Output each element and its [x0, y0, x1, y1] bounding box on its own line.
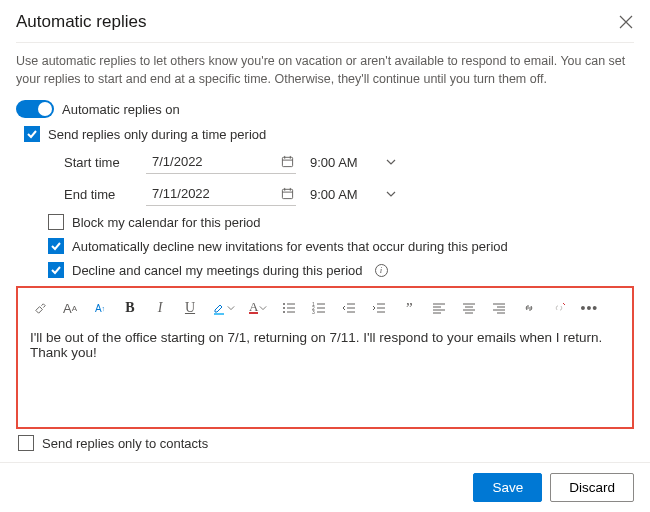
number-list-icon[interactable]: 123	[311, 300, 327, 316]
underline-button[interactable]: U	[182, 300, 198, 316]
outdent-icon[interactable]	[341, 300, 357, 316]
editor-toolbar: AA A↑ B I U A 123 ” •••	[28, 294, 622, 322]
calendar-icon	[280, 155, 294, 169]
svg-point-5	[283, 311, 285, 313]
bold-button[interactable]: B	[122, 300, 138, 316]
end-time-value: 9:00 AM	[310, 187, 358, 202]
info-icon[interactable]: i	[375, 264, 388, 277]
svg-rect-1	[282, 189, 292, 198]
align-left-icon[interactable]	[431, 300, 447, 316]
chevron-down-icon	[386, 157, 396, 167]
svg-text:3: 3	[312, 309, 315, 315]
message-editor[interactable]: I'll be out of the office starting on 7/…	[28, 322, 622, 417]
font-color-button[interactable]: A	[249, 302, 267, 314]
font-size-decrease-icon[interactable]: A↑	[92, 300, 108, 316]
start-time-select[interactable]: 9:00 AM	[308, 151, 398, 174]
dialog-description: Use automatic replies to let others know…	[16, 53, 634, 88]
auto-replies-toggle[interactable]	[16, 100, 54, 118]
end-date-input[interactable]: 7/11/2022	[146, 182, 296, 206]
align-right-icon[interactable]	[491, 300, 507, 316]
end-time-label: End time	[64, 187, 134, 202]
end-date-value: 7/11/2022	[152, 186, 210, 201]
block-calendar-label: Block my calendar for this period	[72, 215, 261, 230]
highlight-icon	[212, 301, 226, 315]
block-calendar-checkbox[interactable]	[48, 214, 64, 230]
decline-new-checkbox[interactable]	[48, 238, 64, 254]
auto-replies-toggle-label: Automatic replies on	[62, 102, 180, 117]
start-date-value: 7/1/2022	[152, 154, 203, 169]
dialog-title: Automatic replies	[16, 12, 146, 32]
save-button[interactable]: Save	[473, 473, 542, 502]
contacts-only-label: Send replies only to contacts	[42, 436, 208, 451]
chevron-down-icon	[386, 189, 396, 199]
chevron-down-icon	[259, 304, 267, 312]
indent-icon[interactable]	[371, 300, 387, 316]
end-time-select[interactable]: 9:00 AM	[308, 183, 398, 206]
more-options-icon[interactable]: •••	[581, 300, 597, 316]
highlight-color-button[interactable]	[212, 301, 235, 315]
bullet-list-icon[interactable]	[281, 300, 297, 316]
svg-point-4	[283, 307, 285, 309]
cancel-meetings-label: Decline and cancel my meetings during th…	[72, 263, 363, 278]
svg-rect-0	[282, 157, 292, 166]
message-editor-highlight: AA A↑ B I U A 123 ” ••• I'll b	[16, 286, 634, 429]
quote-icon[interactable]: ”	[401, 300, 417, 316]
dialog-footer: Save Discard	[0, 462, 650, 512]
decline-new-label: Automatically decline new invitations fo…	[72, 239, 508, 254]
cancel-meetings-checkbox[interactable]	[48, 262, 64, 278]
close-button[interactable]	[618, 14, 634, 30]
link-icon[interactable]	[521, 300, 537, 316]
font-color-icon: A	[249, 302, 258, 314]
unlink-icon[interactable]	[551, 300, 567, 316]
font-size-increase-icon[interactable]: AA	[62, 300, 78, 316]
time-period-label: Send replies only during a time period	[48, 127, 266, 142]
svg-rect-2	[214, 313, 224, 315]
contacts-only-checkbox[interactable]	[18, 435, 34, 451]
svg-point-3	[283, 303, 285, 305]
time-period-checkbox[interactable]	[24, 126, 40, 142]
format-painter-icon[interactable]	[32, 300, 48, 316]
start-time-label: Start time	[64, 155, 134, 170]
align-center-icon[interactable]	[461, 300, 477, 316]
discard-button[interactable]: Discard	[550, 473, 634, 502]
start-date-input[interactable]: 7/1/2022	[146, 150, 296, 174]
start-time-value: 9:00 AM	[310, 155, 358, 170]
calendar-icon	[280, 187, 294, 201]
italic-button[interactable]: I	[152, 300, 168, 316]
chevron-down-icon	[227, 304, 235, 312]
close-icon	[619, 15, 633, 29]
